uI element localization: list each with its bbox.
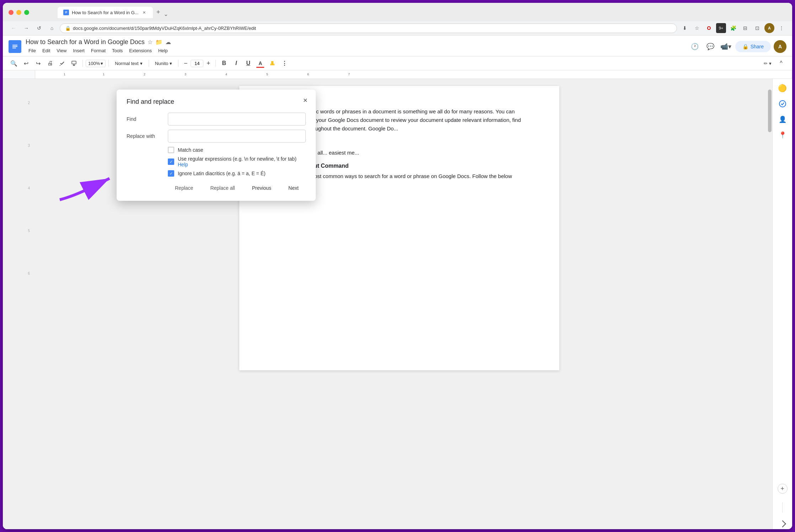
font-value: Nunito xyxy=(155,61,169,66)
menu-insert[interactable]: Insert xyxy=(70,47,87,55)
menu-view[interactable]: View xyxy=(54,47,69,55)
replace-button[interactable]: Replace xyxy=(168,182,200,194)
toolbar-divider-1 xyxy=(82,60,83,67)
traffic-lights-row: How to Search for a Word in G... ✕ + ⌄ xyxy=(9,6,786,18)
bold-button[interactable]: B xyxy=(219,58,229,69)
dialog-buttons: Replace Replace all Previous Next xyxy=(127,182,306,194)
share-button[interactable]: 🔒 Share xyxy=(735,41,771,52)
tab-close-button[interactable]: ✕ xyxy=(142,10,147,15)
sidebar-people-icon[interactable]: 👤 xyxy=(776,113,789,126)
menu-extensions[interactable]: Extensions xyxy=(126,47,155,55)
new-tab-button[interactable]: + xyxy=(153,6,164,18)
close-window-button[interactable] xyxy=(9,10,14,15)
user-avatar-small[interactable]: A xyxy=(764,23,774,33)
menu-tools[interactable]: Tools xyxy=(109,47,126,55)
browser-menu-icon[interactable]: ⋮ xyxy=(777,23,786,33)
folder-icon[interactable]: 📁 xyxy=(155,39,162,45)
star-icon[interactable]: ☆ xyxy=(148,39,153,45)
search-toolbar-button[interactable]: 🔍 xyxy=(9,58,19,69)
sidebar-calendar-icon[interactable]: 🟡 xyxy=(776,82,789,95)
menu-help[interactable]: Help xyxy=(155,47,171,55)
replace-label: Replace with xyxy=(127,133,162,139)
text-color-button[interactable]: A xyxy=(255,58,266,69)
lock-icon: 🔒 xyxy=(65,26,71,31)
spell-check-button[interactable] xyxy=(57,58,68,69)
svg-text:1: 1 xyxy=(64,72,65,76)
diacritics-row: Ignore Latin diacritics (e.g. ä = a, E =… xyxy=(168,170,306,177)
docs-logo xyxy=(9,40,21,53)
diacritics-checkbox[interactable] xyxy=(168,170,174,177)
font-selector[interactable]: Nunito ▾ xyxy=(152,59,176,68)
video-icon[interactable]: 📹▾ xyxy=(720,40,732,53)
replace-all-button[interactable]: Replace all xyxy=(203,182,242,194)
style-selector[interactable]: Normal text ▾ xyxy=(112,59,145,68)
more-format-button[interactable]: ⋮ xyxy=(279,58,290,69)
right-sidebar: 🟡 👤 📍 + xyxy=(772,79,792,529)
save-page-icon[interactable]: ⬇ xyxy=(680,23,690,33)
svg-text:2: 2 xyxy=(144,72,145,76)
previous-button[interactable]: Previous xyxy=(245,182,278,194)
docs-menu: File Edit View Insert Format Tools Exten… xyxy=(26,47,684,55)
underline-button[interactable]: U xyxy=(243,58,254,69)
docs-tab-icon xyxy=(63,10,69,15)
svg-text:3: 3 xyxy=(185,72,186,76)
paint-format-button[interactable] xyxy=(69,58,80,69)
cast-icon[interactable]: ⊟ xyxy=(740,23,750,33)
italic-button[interactable]: I xyxy=(231,58,241,69)
replace-input[interactable] xyxy=(168,130,306,143)
minimize-window-button[interactable] xyxy=(16,10,21,15)
svg-rect-3 xyxy=(65,13,66,13)
address-field[interactable]: 🔒 docs.google.com/document/d/150par9tMdy… xyxy=(60,23,677,33)
home-button[interactable]: ⌂ xyxy=(47,23,57,33)
sidebar-expand-icon[interactable] xyxy=(779,520,786,527)
find-replace-dialog: Find and replace ✕ Find Replace with Mat… xyxy=(117,90,316,201)
undo-button[interactable]: ↩ xyxy=(21,58,31,69)
style-value: Normal text xyxy=(115,61,138,66)
regex-help-link[interactable]: Help xyxy=(178,162,188,167)
sidebar-tasks-icon[interactable] xyxy=(776,97,789,110)
menu-file[interactable]: File xyxy=(26,47,39,55)
forward-button[interactable]: → xyxy=(21,23,31,33)
extensions-icon[interactable]: 🧩 xyxy=(728,23,738,33)
maximize-window-button[interactable] xyxy=(24,10,29,15)
history-icon[interactable]: 🕐 xyxy=(688,40,701,53)
next-button[interactable]: Next xyxy=(281,182,306,194)
scrollbar[interactable] xyxy=(767,79,772,529)
back-button[interactable]: ← xyxy=(9,23,18,33)
opera-icon[interactable]: O xyxy=(704,23,714,33)
bookmark-icon[interactable]: ☆ xyxy=(692,23,702,33)
sidebar-maps-icon[interactable]: 📍 xyxy=(776,129,789,141)
reload-button[interactable]: ↺ xyxy=(34,23,44,33)
print-button[interactable]: 🖨 xyxy=(45,58,55,69)
highlight-button[interactable] xyxy=(267,58,278,69)
sidebar-add-button[interactable]: + xyxy=(778,484,788,494)
match-case-checkbox[interactable] xyxy=(168,147,174,153)
zoom-control[interactable]: 100% ▾ xyxy=(86,60,106,67)
comment-icon[interactable]: 💬 xyxy=(704,40,717,53)
active-tab[interactable]: How to Search for a Word in G... ✕ xyxy=(58,7,153,18)
match-case-row: Match case xyxy=(168,147,306,153)
regex-checkbox[interactable] xyxy=(168,158,174,165)
collapse-toolbar-button[interactable]: ^ xyxy=(776,58,786,69)
tab-chevron-icon[interactable]: ⌄ xyxy=(164,11,168,17)
font-size-control: − 14 + xyxy=(181,59,213,68)
sidebar-toggle-icon[interactable]: ⊡ xyxy=(752,23,762,33)
docs-header: How to Search for a Word in Google Docs … xyxy=(3,36,792,57)
redo-button[interactable]: ↪ xyxy=(33,58,43,69)
user-avatar[interactable]: A xyxy=(774,40,786,53)
user-profile-icon[interactable]: 9+ xyxy=(716,23,726,33)
svg-rect-8 xyxy=(72,61,76,64)
title-bar: How to Search for a Word in G... ✕ + ⌄ xyxy=(3,3,792,21)
menu-format[interactable]: Format xyxy=(88,47,108,55)
style-arrow-icon: ▾ xyxy=(140,61,143,66)
font-size-increase-button[interactable]: + xyxy=(204,59,213,68)
font-size-decrease-button[interactable]: − xyxy=(181,59,190,68)
font-size-value[interactable]: 14 xyxy=(191,60,203,67)
lock-share-icon: 🔒 xyxy=(742,44,748,49)
editing-mode-button[interactable]: ✏ ▾ xyxy=(761,58,774,69)
cloud-icon[interactable]: ☁ xyxy=(165,39,171,45)
find-input[interactable] xyxy=(168,113,306,125)
dialog-close-button[interactable]: ✕ xyxy=(300,95,310,105)
scrollbar-thumb[interactable] xyxy=(768,90,772,132)
menu-edit[interactable]: Edit xyxy=(39,47,53,55)
